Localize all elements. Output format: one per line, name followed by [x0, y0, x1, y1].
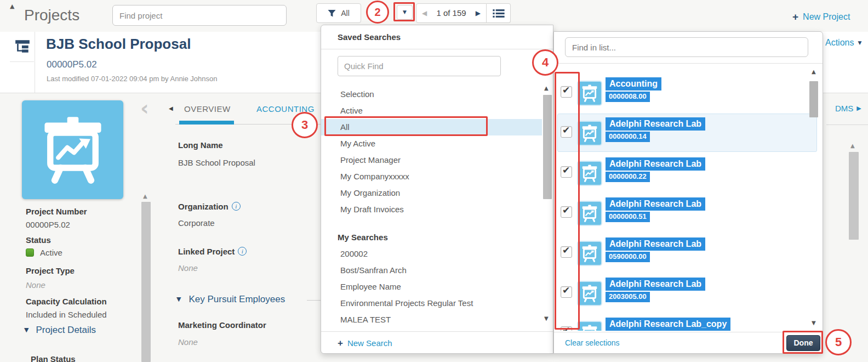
left-panel-scrollbar-thumb[interactable]	[141, 202, 151, 362]
sort-caret-icon[interactable]: ▲	[10, 3, 14, 9]
list-view-button[interactable]	[487, 3, 511, 23]
info-icon[interactable]: i	[238, 247, 247, 256]
find-project-input[interactable]	[112, 5, 287, 26]
my-search-environmental[interactable]: Environmental Projects Regular Test	[321, 295, 542, 312]
tab-overview[interactable]: OVERVIEW	[184, 104, 231, 114]
capacity-value: Included in Scheduled	[26, 310, 107, 319]
project-easel-icon	[577, 321, 602, 331]
linked-project-value: None	[178, 263, 198, 273]
marketing-coordinator-label: Marketing Coordinator	[178, 320, 266, 330]
collapse-panel-chevron[interactable]: ‹	[140, 98, 149, 118]
annotation-box-checkboxes	[555, 72, 580, 330]
page-scrollbar-thumb[interactable]	[849, 152, 859, 240]
find-in-list-input[interactable]	[565, 37, 808, 57]
project-code: 0000000.51	[606, 212, 650, 222]
project-name[interactable]: Accounting	[606, 77, 661, 90]
annotation-circle-4: 4	[532, 49, 558, 76]
new-search-button[interactable]: + New Search	[338, 338, 392, 349]
project-code: 0000000.14	[606, 132, 650, 142]
project-name[interactable]: Adelphi Research Lab	[606, 157, 705, 171]
prev-record-icon[interactable]: ◀	[422, 10, 427, 16]
key-pursuit-heading: Key Pursuit Employees	[189, 294, 285, 305]
list-item[interactable]: ✔ Accounting 0000008.00	[554, 77, 824, 116]
saved-search-my-active[interactable]: My Active	[321, 135, 542, 152]
project-name[interactable]: Adelphi Research Lab_copy	[606, 318, 730, 331]
tab-scroll-left-icon[interactable]: ◀	[169, 106, 173, 111]
list-item[interactable]: ✔ Adelphi Research Lab 0000000.51	[554, 197, 824, 236]
project-list-scrollbar-thumb[interactable]	[809, 81, 818, 117]
project-number: 00000P5.02	[47, 59, 97, 70]
key-pursuit-section-toggle[interactable]: ▼ Key Pursuit Employees	[176, 294, 285, 305]
divider	[35, 32, 35, 93]
last-modified: Last modified 07-01-2022 09:04 pm by Ann…	[47, 75, 218, 83]
dms-label: DMS	[835, 104, 853, 113]
project-details-heading: Project Details	[36, 325, 96, 336]
actions-label: Actions	[825, 38, 854, 48]
saved-search-my-draft-invoices[interactable]: My Draft Invoices	[321, 201, 542, 218]
annotation-box-done	[783, 331, 823, 354]
project-details-section-toggle[interactable]: ▼ Project Details	[24, 325, 96, 336]
annotation-circle-3: 3	[292, 112, 318, 138]
new-project-button[interactable]: + New Project	[792, 11, 850, 23]
hierarchy-icon[interactable]	[14, 38, 31, 55]
project-code: 0000008.00	[606, 92, 650, 102]
dms-link[interactable]: DMS ▶	[835, 104, 861, 113]
scroll-up-icon[interactable]: ▲	[850, 143, 855, 149]
filter-label: All	[341, 9, 350, 18]
scroll-up-icon[interactable]: ▲	[143, 194, 147, 199]
project-list-popup: ✔ Accounting 0000008.00 ✔ Adelphi Resear…	[553, 31, 823, 354]
list-item[interactable]: ✔ Adelphi Research Lab_copy	[554, 318, 824, 331]
triangle-down-icon: ▼	[176, 296, 181, 302]
capacity-label: Capacity Calculation	[26, 297, 107, 306]
my-search-employee-name[interactable]: Employee Name	[321, 279, 542, 295]
saved-search-my-company[interactable]: My Companyxxxxx	[321, 168, 542, 185]
organization-value: Corporate	[178, 218, 215, 228]
saved-search-my-organization[interactable]: My Organization	[321, 185, 542, 201]
project-easel-icon	[577, 241, 602, 266]
next-record-icon[interactable]: ▶	[476, 10, 481, 16]
new-project-label: New Project	[803, 12, 850, 22]
project-code: 2003005.00	[606, 292, 650, 302]
actions-menu[interactable]: Actions ▼	[825, 38, 861, 48]
my-search-bost-sanfran[interactable]: Bost/Sanfran Arch	[321, 262, 542, 279]
list-item[interactable]: ✔ Adelphi Research Lab 0000000.22	[554, 157, 824, 196]
quick-find-input[interactable]	[338, 56, 501, 76]
long-name-label: Long Name	[178, 140, 223, 150]
status-green-icon	[26, 248, 34, 257]
annotation-box-all	[324, 116, 488, 136]
my-search-malea-test[interactable]: MALEA TEST	[321, 312, 542, 328]
clear-selections-link[interactable]: Clear selections	[565, 338, 620, 347]
project-name[interactable]: Adelphi Research Lab	[606, 237, 705, 251]
scroll-up-icon[interactable]: ▲	[812, 69, 816, 75]
list-item[interactable]: ✔ Adelphi Research Lab 0000000.14	[554, 117, 824, 156]
status-label: Status	[26, 235, 51, 245]
divider	[321, 331, 553, 332]
record-pager: ◀ 1 of 159 ▶	[416, 3, 487, 23]
project-type-value: None	[26, 280, 45, 290]
list-item[interactable]: ✔ Adelphi Research Lab 2003005.00	[554, 278, 824, 316]
project-number-label: Project Number	[26, 207, 87, 216]
chevron-right-icon: ▶	[856, 105, 861, 111]
info-icon[interactable]: i	[232, 202, 241, 211]
project-code: 0590000.00	[606, 252, 650, 262]
project-name[interactable]: Adelphi Research Lab	[606, 197, 705, 211]
saved-searches-scrollbar-thumb[interactable]	[543, 95, 552, 199]
project-easel-icon	[577, 121, 602, 146]
project-easel-icon	[577, 81, 602, 106]
scroll-up-icon[interactable]: ▲	[544, 86, 549, 91]
saved-search-selection[interactable]: Selection	[321, 86, 542, 103]
scroll-down-icon[interactable]: ▼	[544, 316, 549, 321]
funnel-icon	[328, 9, 336, 18]
status-row: Active	[26, 248, 62, 257]
project-name[interactable]: Adelphi Research Lab	[606, 278, 705, 291]
my-search-200002[interactable]: 200002	[321, 246, 542, 262]
divider	[307, 300, 321, 301]
saved-search-project-manager[interactable]: Project Manager	[321, 152, 542, 168]
project-type-icon-card	[22, 100, 123, 199]
project-type-label: Project Type	[26, 266, 75, 275]
project-name[interactable]: Adelphi Research Lab	[606, 117, 705, 131]
scroll-down-icon[interactable]: ▼	[812, 320, 816, 326]
list-item[interactable]: ✔ Adelphi Research Lab 0590000.00	[554, 237, 824, 276]
plus-icon: +	[792, 11, 798, 23]
filter-button[interactable]: All	[316, 3, 361, 23]
